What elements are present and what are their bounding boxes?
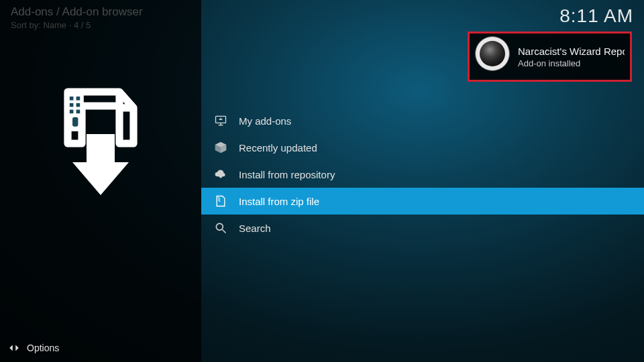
svg-rect-15 (218, 200, 219, 201)
notification-title: Narcacist's Wizard Repositc (518, 46, 625, 57)
svg-rect-14 (219, 198, 221, 200)
options-label: Options (27, 343, 59, 353)
zip-file-icon (213, 194, 228, 208)
svg-rect-13 (218, 197, 219, 198)
options-button[interactable]: Options (8, 342, 59, 354)
notification-thumbnail (475, 36, 510, 71)
options-arrows-icon (8, 342, 20, 354)
cloud-download-icon (213, 167, 228, 182)
addon-installed-notification: Narcacist's Wizard Repositc Add-on insta… (468, 32, 632, 82)
svg-rect-5 (70, 110, 74, 114)
box-open-icon (213, 140, 228, 155)
menu-item-label: Install from repository (239, 169, 335, 180)
addon-browser-menu: My add-ons Recently updated Install from… (201, 107, 644, 241)
menu-item-my-addons[interactable]: My add-ons (201, 107, 644, 134)
menu-item-label: Install from zip file (239, 196, 319, 207)
notification-subtitle: Add-on installed (518, 58, 625, 68)
menu-item-search[interactable]: Search (201, 215, 644, 241)
svg-rect-7 (72, 117, 78, 127)
svg-rect-2 (76, 97, 80, 101)
svg-rect-4 (76, 103, 80, 107)
svg-rect-1 (70, 97, 74, 101)
monitor-icon (213, 113, 228, 128)
search-icon (213, 221, 228, 235)
menu-item-install-from-repository[interactable]: Install from repository (201, 161, 644, 188)
svg-rect-6 (76, 110, 80, 114)
menu-item-label: My add-ons (239, 115, 291, 127)
menu-item-label: Recently updated (239, 142, 317, 154)
sidebar (0, 0, 201, 362)
menu-item-label: Search (239, 223, 271, 234)
svg-rect-16 (219, 200, 221, 202)
menu-item-install-from-zip[interactable]: Install from zip file (201, 188, 644, 215)
svg-point-17 (216, 223, 223, 230)
clock: 8:11 AM (559, 5, 633, 27)
svg-rect-3 (70, 103, 74, 107)
svg-line-18 (223, 230, 226, 233)
menu-item-recently-updated[interactable]: Recently updated (201, 134, 644, 161)
zip-download-icon (54, 87, 148, 194)
